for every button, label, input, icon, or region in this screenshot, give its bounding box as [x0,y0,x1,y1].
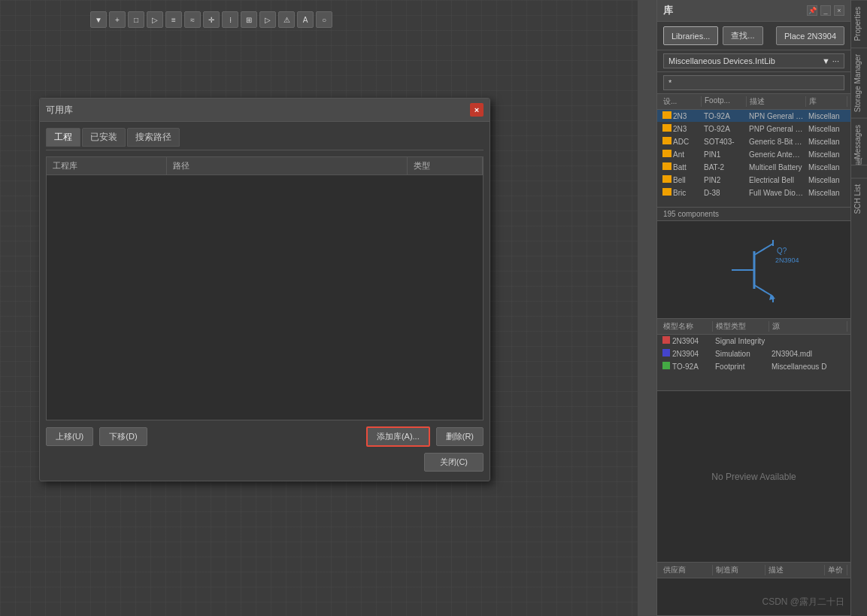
toolbar-warn[interactable]: ⚠ [278,11,295,28]
add-library-button[interactable]: 添加库(A)... [366,426,430,447]
tab-installed[interactable]: 已安装 [82,128,126,147]
tab-project[interactable]: 工程 [46,128,80,147]
lib-dropdown-value: Miscellaneous Devices.IntLib [668,56,775,65]
toolbar-cross[interactable]: ✛ [203,11,220,28]
model-table-row[interactable]: TO-92A Footprint Miscellaneous D [657,360,850,373]
model-type-icon [662,362,670,369]
lib-cell-foot: PIN2 [702,176,747,184]
model-cell-name: 2N3904 [660,336,713,345]
remove-library-button[interactable]: 删除(R) [436,427,484,446]
toolbar-circle[interactable]: ○ [316,11,332,28]
dialog-body: 工程 已安装 搜索路径 工程库 路径 类型 上移(U) 下移(D) 添加库(A)… [40,122,490,478]
lib-col-foot-header: Footp... [702,96,747,107]
lib-table-row[interactable]: Bric D-38 Full Wave Diode B Miscellan [657,187,850,199]
lib-cell-lib: Miscellan [806,163,847,171]
side-tab-storage[interactable]: Storage Manager [851,47,867,118]
svg-line-3 [754,285,773,296]
toolbar: ▼ + □ ▷ ≡ ≈ ✛ ⁞ ⊞ ▷ ⚠ A ○ [90,8,332,32]
svg-line-2 [754,244,773,255]
lib-table-row[interactable]: ADC SOT403- Generic 8-Bit A/D Miscellan [657,135,850,148]
available-libraries-dialog: 可用库 × 工程 已安装 搜索路径 工程库 路径 类型 上移(U) 下移(D) … [39,98,490,481]
lib-cell-desc: PNP General Purp [747,125,806,133]
toolbar-filter[interactable]: ▼ [90,11,107,28]
toolbar-arrow-r[interactable]: ▷ [259,11,276,28]
lib-cell-name: Ant [660,150,702,159]
move-up-button[interactable]: 上移(U) [46,427,93,446]
component-icon [662,175,671,183]
lib-dropdown[interactable]: Miscellaneous Devices.IntLib ▼ ··· [663,53,844,68]
panel-pin-btn[interactable]: 📌 [807,5,817,16]
side-tab-properties[interactable]: Properties [851,0,867,47]
component-count: 195 components [657,208,850,221]
toolbar-text[interactable]: A [297,11,314,28]
side-tab-lib[interactable]: 库 [851,165,867,178]
lib-cell-foot: TO-92A [702,112,747,120]
model-table-row[interactable]: 2N3904 Simulation 2N3904.mdl [657,347,850,360]
model-col-type: 模型类型 [713,321,769,332]
dialog-footer-left: 上移(U) 下移(D) [46,427,147,446]
sup-col-desc: 描述 [765,565,825,575]
side-tabs: Properties Storage Manager Messages 库 SC… [850,0,867,616]
dialog-table-header: 工程库 路径 类型 [46,156,484,174]
side-tab-schlist[interactable]: SCH List [851,178,867,220]
component-icon [662,124,671,132]
lib-table-row[interactable]: Bell PIN2 Electrical Bell Miscellan [657,174,850,187]
model-table-row[interactable]: 2N3904 Signal Integrity [657,335,850,347]
dialog-table-body[interactable] [46,174,484,420]
component-preview: Q? 2N3904 [657,221,850,319]
lib-cell-lib: Miscellan [806,125,847,133]
model-cell-name: 2N3904 [660,349,713,358]
toolbar-bus[interactable]: ≡ [165,11,182,28]
model-table-body[interactable]: 2N3904 Signal Integrity 2N3904 Simulatio… [657,335,850,391]
close-dialog-button[interactable]: 关闭(C) [424,453,484,472]
lib-table-header: 设... Footp... 描述 库 [657,94,850,110]
move-down-button[interactable]: 下移(D) [99,427,147,446]
lib-cell-lib: Miscellan [806,138,847,146]
lib-cell-desc: Electrical Bell [747,176,806,184]
lib-cell-foot: BAT-2 [702,163,747,171]
dialog-tabs: 工程 已安装 搜索路径 [46,128,484,150]
model-type-icon [662,349,670,357]
panel-close-btn[interactable]: × [834,5,844,16]
toolbar-dots[interactable]: ⁞ [222,11,238,28]
lib-table-row[interactable]: 2N3 TO-92A NPN General Purp Miscellan [657,110,850,123]
sup-col-sup: 供应商 [660,565,713,575]
tab-search-path[interactable]: 搜索路径 [127,128,180,147]
lib-table-body[interactable]: 2N3 TO-92A NPN General Purp Miscellan 2N… [657,110,850,208]
lib-table-row[interactable]: 2N3 TO-92A PNP General Purp Miscellan [657,123,850,135]
toolbar-add[interactable]: + [109,11,126,28]
place-button[interactable]: Place 2N3904 [776,26,844,45]
panel-titlebar: 库 📌 _ × [657,0,850,22]
libraries-button[interactable]: Libraries... [663,26,718,45]
lib-cell-name: 2N3 [660,124,702,133]
search-button[interactable]: 查找... [723,26,762,45]
svg-text:Q?: Q? [777,247,787,255]
svg-text:2N3904: 2N3904 [775,256,799,264]
panel-min-btn[interactable]: _ [820,5,831,16]
lib-selector: Miscellaneous Devices.IntLib ▼ ··· [657,50,850,72]
lib-cell-foot: PIN1 [702,150,747,159]
model-cell-src: Miscellaneous D [769,363,847,371]
dialog-footer-right: 添加库(A)... 删除(R) [366,426,484,447]
toolbar-rect[interactable]: □ [128,11,144,28]
model-table-header: 模型名称 模型类型 源 [657,319,850,335]
lib-cell-desc: Full Wave Diode B [747,189,806,197]
toolbar-wave[interactable]: ≈ [184,11,201,28]
panel-top-buttons: Libraries... 查找... Place 2N3904 [657,22,850,50]
lib-table-row[interactable]: Batt BAT-2 Multicell Battery Miscellan [657,161,850,174]
sup-col-mfr: 制造商 [713,565,765,575]
model-col-name: 模型名称 [660,321,713,332]
toolbar-grid[interactable]: ⊞ [241,11,257,28]
lib-table-row[interactable]: Ant PIN1 Generic Antenna Miscellan [657,148,850,161]
component-icon [662,150,671,157]
model-type-icon [662,336,670,344]
toolbar-forward[interactable]: ▷ [147,11,163,28]
footprint-preview: No Preview Available [657,391,850,563]
component-icon [662,137,671,144]
lib-col-name-header: 设... [660,96,702,107]
component-icon [662,111,671,119]
supplier-table-header: 供应商 制造商 描述 单价 [657,563,850,578]
search-input[interactable] [663,75,844,90]
dialog-close-button[interactable]: × [470,103,484,117]
side-tab-messages[interactable]: Messages [851,118,867,165]
